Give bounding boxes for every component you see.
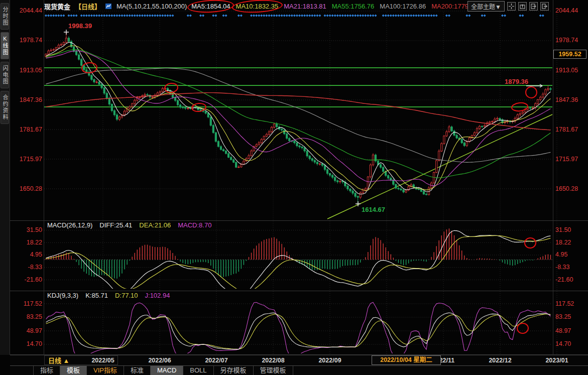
signal-dot <box>417 14 420 17</box>
date-label-3: 2022/08 <box>262 356 284 365</box>
signal-dot <box>90 14 93 17</box>
annotation-ellipse[interactable] <box>524 237 536 248</box>
signal-dot <box>346 14 349 17</box>
signal-dot <box>367 14 369 17</box>
signal-dot <box>108 14 110 17</box>
signal-dot <box>240 14 243 17</box>
signal-dot <box>225 14 227 17</box>
date-label-4: 2022/09 <box>318 356 341 365</box>
ma-value-0: MA5:1854.04 <box>191 3 230 10</box>
tab-指标[interactable]: 指标 <box>33 366 60 375</box>
chart-canvas[interactable] <box>0 0 588 375</box>
axis-label: 18.22 <box>7 239 42 246</box>
ma-legend: MA5:1854.04MA10:1832.35MA21:1813.81MA55:… <box>191 3 478 10</box>
signal-dot <box>382 14 385 17</box>
signal-dot <box>202 14 204 17</box>
chart-arrow-right-icon[interactable] <box>529 2 538 11</box>
axis-label: 2044.44 <box>7 7 42 15</box>
ma-value-1: MA10:1832.35 <box>236 3 279 10</box>
chart-arrow-up-icon[interactable] <box>518 2 527 11</box>
signal-dot <box>301 14 303 17</box>
crosshair-icon[interactable] <box>507 2 516 11</box>
signal-dot <box>481 14 484 17</box>
signal-dot <box>415 14 417 17</box>
trend-line[interactable] <box>327 114 552 219</box>
signal-dot <box>402 14 405 17</box>
sidebar-item-2[interactable]: 闪电图 <box>1 62 9 88</box>
signal-dot <box>344 14 346 17</box>
signal-dot <box>47 14 50 17</box>
crosshair-date-readout: 2022/10/04 星期二 <box>372 355 441 365</box>
signal-dot <box>268 14 270 17</box>
signal-dot <box>291 14 293 17</box>
axis-label: 1978.74 <box>555 37 588 44</box>
date-label-0: 2022/05 <box>91 356 114 365</box>
signal-dot <box>85 14 88 17</box>
signal-dot <box>465 14 468 17</box>
signal-dot <box>169 14 171 17</box>
tab-BOLL[interactable]: BOLL <box>183 366 213 375</box>
sidebar-item-1[interactable]: K线图 <box>1 32 9 59</box>
signal-dot <box>62 14 65 17</box>
signal-dot <box>407 14 410 17</box>
signal-dot <box>73 14 75 17</box>
tab-MACD[interactable]: MACD <box>151 366 183 375</box>
tab-模板[interactable]: 模板 <box>60 366 87 375</box>
signal-dot <box>303 14 306 17</box>
ma-settings-label: MA(5,10,21,55,100,200) <box>116 3 187 10</box>
signal-dot <box>501 14 504 17</box>
signal-dot <box>121 14 123 17</box>
signal-dot <box>288 14 291 17</box>
signal-dot <box>351 14 354 17</box>
axis-label: 14.70 <box>7 340 42 348</box>
macd-pane-header: MACD(26,12,9) DIFF:25.41 DEA:21.06 MACD:… <box>47 221 211 229</box>
signal-dot <box>420 14 422 17</box>
pane-export-icon[interactable] <box>540 2 549 11</box>
signal-dot <box>164 14 166 17</box>
signal-dot <box>238 14 240 17</box>
theme-dropdown[interactable]: 全部主题▼ <box>467 1 505 12</box>
ma-value-3: MA55:1756.76 <box>332 3 375 10</box>
signal-dot <box>105 14 108 17</box>
annotation-label-0: 1998.39 <box>68 22 92 30</box>
signal-dot <box>141 14 144 17</box>
axis-label: 83.25 <box>7 313 42 321</box>
kdj-j-value: J:102.94 <box>145 292 170 299</box>
sidebar-item-3[interactable]: 合约资料 <box>1 91 9 124</box>
signal-dot <box>445 14 448 17</box>
signal-dot <box>433 14 435 17</box>
signal-dot <box>311 14 313 17</box>
signal-dot <box>430 14 433 17</box>
axis-label: 1715.97 <box>7 156 42 163</box>
signal-dot <box>161 14 164 17</box>
signal-dot <box>149 14 151 17</box>
tab-另存模板[interactable]: 另存模板 <box>214 366 254 375</box>
signal-dot <box>387 14 390 17</box>
axis-label: 1847.36 <box>7 96 42 104</box>
trading-app-window: 分时图K线图闪电图合约资料 现货黄金 【日线】 MA(5,10,21,55,10… <box>0 0 588 375</box>
signal-dot <box>187 14 189 17</box>
axis-label: 1781.67 <box>555 126 588 134</box>
annotation-label-2: 1614.67 <box>362 206 385 213</box>
signal-dot <box>357 14 359 17</box>
tab-标准[interactable]: 标准 <box>124 366 151 375</box>
axis-label: 48.97 <box>7 327 42 335</box>
signal-dot <box>83 14 85 17</box>
signal-dot <box>334 14 336 17</box>
sidebar-item-0[interactable]: 分时图 <box>1 3 9 30</box>
signal-dot <box>359 14 362 17</box>
signal-dot <box>75 14 78 17</box>
macd-diff-value: DIFF:25.41 <box>99 221 132 229</box>
axis-label: -21.60 <box>555 276 588 284</box>
axis-label: 117.52 <box>7 300 42 308</box>
tab-管理模板[interactable]: 管理模板 <box>254 366 293 375</box>
signal-dot <box>354 14 357 17</box>
signal-dot <box>110 14 113 17</box>
axis-label: -8.33 <box>555 264 588 271</box>
signal-dot <box>70 14 72 17</box>
signal-dot <box>392 14 395 17</box>
signal-dot <box>339 14 341 17</box>
annotation-ellipse[interactable] <box>525 86 537 98</box>
tab-VIP指标[interactable]: VIP指标 <box>87 366 124 375</box>
axis-label: -21.60 <box>7 276 42 284</box>
